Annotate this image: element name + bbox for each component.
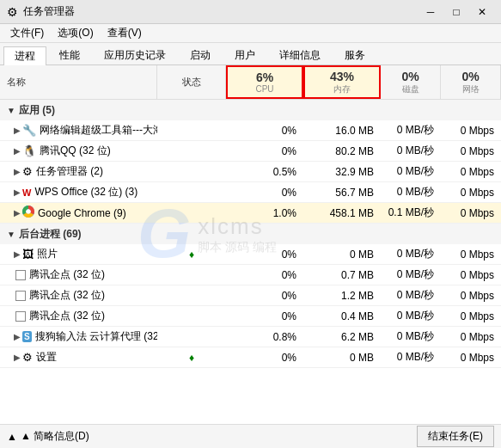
- table-body: ▼ 应用 (5) ▶ 🔧 网络编辑超级工具箱---大海加... 0% 16.0 …: [0, 100, 501, 424]
- table-row[interactable]: ▶ W WPS Office (32 位) (3) 0% 56.7 MB 0 M…: [0, 182, 501, 203]
- status-bar: ▲ ▲ 简略信息(D) 结束任务(E): [0, 424, 501, 448]
- table-header: 名称 状态 6% CPU 43% 内存 0% 磁盘 0% 网络: [0, 65, 501, 100]
- table-row[interactable]: ▶ 🐧 腾讯QQ (32 位) 0% 80.2 MB 0 MB/秒 0 Mbps: [0, 141, 501, 162]
- col-header-disk[interactable]: 0% 磁盘: [381, 65, 441, 99]
- title-bar: ⚙ 任务管理器 ─ □ ✕: [0, 0, 501, 24]
- title-bar-icon: ⚙: [7, 5, 18, 19]
- end-task-button[interactable]: 结束任务(E): [417, 426, 494, 447]
- col-header-status[interactable]: 状态: [157, 65, 226, 99]
- table-row[interactable]: 腾讯企点 (32 位) 0% 1.2 MB 0 MB/秒 0 Mbps: [0, 285, 501, 306]
- close-button[interactable]: ✕: [470, 3, 494, 21]
- tab-performance[interactable]: 性能: [48, 46, 91, 64]
- menu-item-options[interactable]: 选项(O): [51, 24, 100, 43]
- tab-app-history[interactable]: 应用历史记录: [93, 46, 177, 64]
- minimize-button[interactable]: ─: [419, 3, 443, 21]
- simplify-button[interactable]: ▲ ▲ 简略信息(D): [7, 429, 89, 444]
- background-label: 后台进程 (69): [19, 227, 82, 242]
- table-row[interactable]: 腾讯企点 (32 位) 0% 0.4 MB 0 MB/秒 0 Mbps: [0, 306, 501, 327]
- table-row[interactable]: ▶ S 搜狗输入法 云计算代理 (32 位) 0.8% 6.2 MB 0 MB/…: [0, 327, 501, 347]
- section-apps: ▼ 应用 (5): [0, 100, 501, 120]
- tab-startup[interactable]: 启动: [179, 46, 222, 64]
- menu-bar: 文件(F) 选项(O) 查看(V): [0, 24, 501, 43]
- tab-processes[interactable]: 进程: [3, 46, 46, 65]
- title-bar-title: 任务管理器: [23, 4, 419, 19]
- tab-users[interactable]: 用户: [223, 46, 266, 64]
- col-header-name[interactable]: 名称: [0, 65, 157, 99]
- menu-item-view[interactable]: 查看(V): [101, 24, 149, 43]
- tab-services[interactable]: 服务: [333, 46, 376, 64]
- table-row[interactable]: 腾讯企点 (32 位) 0% 0.7 MB 0 MB/秒 0 Mbps: [0, 265, 501, 285]
- table-row-chrome[interactable]: ▶ Google Chrome (9) 1.0% 458.1 MB: [0, 203, 501, 224]
- table-row[interactable]: ▶ ⚙ 设置 ♦ 0% 0 MB 0 MB/秒 0 Mbps: [0, 347, 501, 368]
- section-background: ▼ 后台进程 (69): [0, 224, 501, 244]
- apps-toggle[interactable]: ▼: [7, 106, 15, 115]
- tab-details[interactable]: 详细信息: [268, 46, 332, 64]
- background-toggle[interactable]: ▼: [7, 230, 15, 239]
- col-header-net[interactable]: 0% 网络: [441, 65, 501, 99]
- col-header-mem[interactable]: 43% 内存: [303, 65, 381, 99]
- table-row[interactable]: ▶ 🔧 网络编辑超级工具箱---大海加... 0% 16.0 MB 0 MB/秒…: [0, 120, 501, 141]
- col-header-cpu[interactable]: 6% CPU: [226, 65, 303, 99]
- table-row[interactable]: ▶ 🖼 照片 ♦ 0% 0 MB 0 MB/秒 0 Mbps: [0, 244, 501, 265]
- apps-label: 应用 (5): [19, 103, 55, 118]
- tab-bar: 进程 性能 应用历史记录 启动 用户 详细信息 服务: [0, 43, 501, 65]
- main-content: 名称 状态 6% CPU 43% 内存 0% 磁盘 0% 网络: [0, 65, 501, 424]
- table-row[interactable]: ▶ ⚙ 任务管理器 (2) 0.5% 32.9 MB 0 MB/秒 0 Mbps: [0, 162, 501, 182]
- maximize-button[interactable]: □: [444, 3, 468, 21]
- menu-item-file[interactable]: 文件(F): [3, 24, 51, 43]
